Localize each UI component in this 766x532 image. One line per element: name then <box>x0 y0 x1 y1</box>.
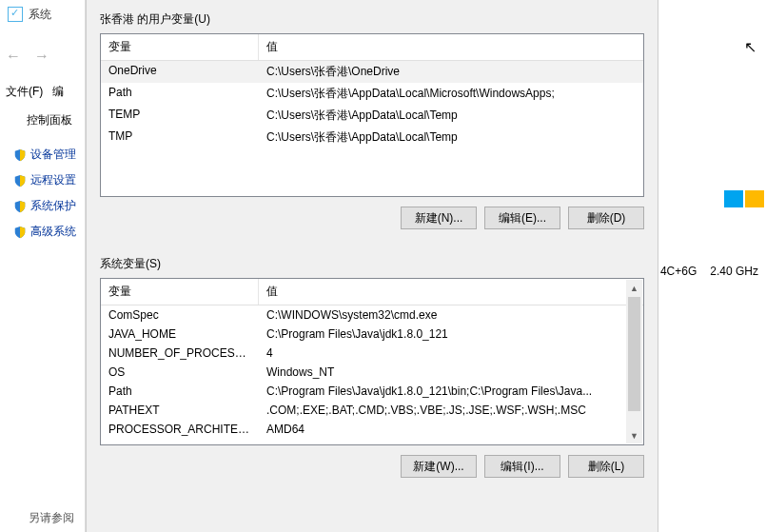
var-name: OS <box>101 363 259 382</box>
user-vars-listbox[interactable]: 变量 值 OneDriveC:\Users\张香港\OneDrivePathC:… <box>100 33 644 197</box>
user-vars-label: 张香港 的用户变量(U) <box>87 0 658 33</box>
scroll-up-icon[interactable]: ▲ <box>626 280 642 296</box>
table-row[interactable]: TMPC:\Users\张香港\AppData\Local\Temp <box>101 127 643 148</box>
var-value: C:\Users\张香港\AppData\Local\Temp <box>259 105 643 127</box>
table-row[interactable]: OneDriveC:\Users\张香港\OneDrive <box>101 61 643 83</box>
windows-logo-icon <box>724 171 766 209</box>
var-name: JAVA_HOME <box>101 325 259 344</box>
see-also-label: 另请参阅 <box>29 510 74 526</box>
table-row[interactable]: JAVA_HOMEC:\Program Files\Java\jdk1.8.0_… <box>101 325 643 344</box>
shield-icon <box>13 200 27 213</box>
spec-cpu: 2.40 GHz <box>710 265 758 278</box>
forward-arrow-icon: → <box>34 48 49 65</box>
var-name: Path <box>101 382 259 401</box>
menu-bar: 文件(F) 编 <box>6 84 64 100</box>
delete-user-var-button[interactable]: 删除(D) <box>568 207 644 229</box>
new-user-var-button[interactable]: 新建(N)... <box>401 207 477 229</box>
control-panel-home[interactable]: 控制面板 <box>27 112 72 128</box>
env-vars-dialog: 张香港 的用户变量(U) 变量 值 OneDriveC:\Users\张香港\O… <box>86 0 658 532</box>
sidebar-link-label: 远程设置 <box>30 172 76 188</box>
window-title-bar: 系统 <box>0 0 51 29</box>
sys-vars-header: 变量 值 <box>101 279 643 305</box>
shield-icon <box>13 148 27 162</box>
shield-icon <box>13 174 27 187</box>
edit-sys-var-button[interactable]: 编辑(I)... <box>484 455 560 478</box>
user-buttons: 新建(N)... 编辑(E)... 删除(D) <box>87 197 658 245</box>
var-value: Windows_NT <box>259 363 643 382</box>
edit-user-var-button[interactable]: 编辑(E)... <box>484 207 560 229</box>
shield-icon <box>13 226 27 239</box>
var-value: C:\Users\张香港\OneDrive <box>259 61 643 83</box>
sidebar-link-label: 系统保护 <box>30 198 76 214</box>
table-row[interactable]: PATHEXT.COM;.EXE;.BAT;.CMD;.VBS;.VBE;.JS… <box>101 401 643 420</box>
back-arrow-icon[interactable]: ← <box>6 48 21 65</box>
table-row[interactable]: NUMBER_OF_PROCESSORS4 <box>101 344 643 363</box>
sidebar-link-label: 高级系统 <box>30 224 76 240</box>
sys-vars-label: 系统变量(S) <box>87 245 658 278</box>
system-window-bg: 系统 ← → 文件(F) 编 控制面板 设备管理远程设置系统保护高级系统 另请参… <box>0 0 86 532</box>
var-value: C:\Program Files\Java\jdk1.8.0_121 <box>259 325 643 344</box>
scroll-down-icon[interactable]: ▼ <box>626 427 642 443</box>
window-title: 系统 <box>29 7 51 23</box>
scrollbar[interactable]: ▲ ▼ <box>626 280 642 443</box>
var-name: PATHEXT <box>101 401 259 420</box>
sidebar-links: 设备管理远程设置系统保护高级系统 <box>13 147 76 240</box>
var-value: C:\WINDOWS\system32\cmd.exe <box>259 305 643 325</box>
menu-edit[interactable]: 编 <box>52 84 64 100</box>
var-value: .COM;.EXE;.BAT;.CMD;.VBS;.VBE;.JS;.JSE;.… <box>259 401 643 420</box>
var-name: TEMP <box>101 105 259 127</box>
sys-vars-listbox[interactable]: 变量 值 ComSpecC:\WINDOWS\system32\cmd.exeJ… <box>100 278 644 445</box>
system-specs: 4C+6G 2.40 GHz <box>660 265 758 278</box>
right-bg: 4C+6G 2.40 GHz <box>657 0 766 532</box>
delete-sys-var-button[interactable]: 删除(L) <box>568 455 644 478</box>
sidebar-link[interactable]: 设备管理 <box>13 147 76 163</box>
var-name: PROCESSOR_ARCHITECT... <box>101 420 259 439</box>
menu-file[interactable]: 文件(F) <box>6 84 43 100</box>
var-value: AMD64 <box>259 420 643 439</box>
table-row[interactable]: PROCESSOR_ARCHITECT...AMD64 <box>101 420 643 439</box>
sys-buttons: 新建(W)... 编辑(I)... 删除(L) <box>87 445 658 493</box>
table-row[interactable]: ComSpecC:\WINDOWS\system32\cmd.exe <box>101 305 643 325</box>
var-name: ComSpec <box>101 305 259 325</box>
var-name: Path <box>101 83 259 105</box>
user-vars-header: 变量 值 <box>101 34 643 61</box>
col-name[interactable]: 变量 <box>101 34 259 60</box>
sidebar-link-label: 设备管理 <box>30 147 76 163</box>
table-row[interactable]: OSWindows_NT <box>101 363 643 382</box>
user-vars-rows: OneDriveC:\Users\张香港\OneDrivePathC:\User… <box>101 61 643 148</box>
var-value: C:\Users\张香港\AppData\Local\Microsoft\Win… <box>259 83 643 105</box>
col-value[interactable]: 值 <box>259 34 643 60</box>
var-name: TMP <box>101 127 259 148</box>
sys-vars-rows: ComSpecC:\WINDOWS\system32\cmd.exeJAVA_H… <box>101 305 643 439</box>
nav-arrows: ← → <box>6 48 49 65</box>
sidebar-link[interactable]: 高级系统 <box>13 224 76 240</box>
system-icon <box>8 7 23 22</box>
table-row[interactable]: PathC:\Users\张香港\AppData\Local\Microsoft… <box>101 83 643 105</box>
table-row[interactable]: TEMPC:\Users\张香港\AppData\Local\Temp <box>101 105 643 127</box>
var-value: 4 <box>259 344 643 363</box>
new-sys-var-button[interactable]: 新建(W)... <box>401 455 477 478</box>
var-value: C:\Program Files\Java\jdk1.8.0_121\bin;C… <box>259 382 643 401</box>
table-row[interactable]: PathC:\Program Files\Java\jdk1.8.0_121\b… <box>101 382 643 401</box>
sidebar-link[interactable]: 系统保护 <box>13 198 76 214</box>
spec-ram: 4C+6G <box>660 265 697 278</box>
col-value[interactable]: 值 <box>259 279 643 305</box>
var-value: C:\Users\张香港\AppData\Local\Temp <box>259 127 643 148</box>
scroll-thumb[interactable] <box>628 297 640 411</box>
var-name: OneDrive <box>101 61 259 83</box>
sidebar-link[interactable]: 远程设置 <box>13 172 76 188</box>
var-name: NUMBER_OF_PROCESSORS <box>101 344 259 363</box>
col-name[interactable]: 变量 <box>101 279 259 305</box>
cursor-icon: ↖ <box>744 38 756 56</box>
